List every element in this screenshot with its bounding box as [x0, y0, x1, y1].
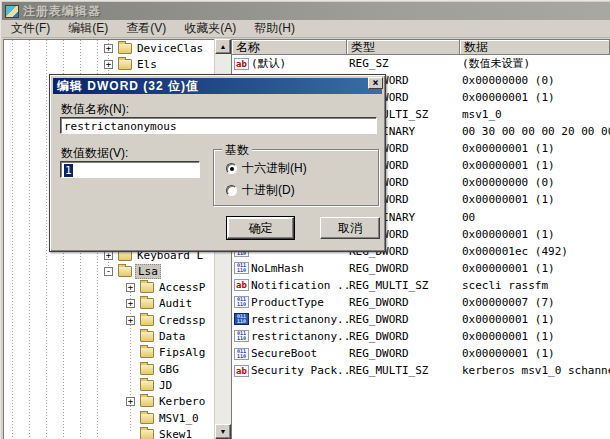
- scroll-up-icon[interactable]: ▲: [215, 39, 231, 54]
- radio-dec-icon[interactable]: [226, 185, 237, 196]
- menu-item-view[interactable]: 查看(V): [117, 19, 175, 38]
- value-name: restrictanony...: [251, 313, 349, 326]
- tree-item-gbg[interactable]: GBG: [4, 361, 214, 377]
- value-type: REG_SZ: [349, 57, 462, 70]
- value-name: Security Pack...: [251, 364, 349, 377]
- tree-item-label: Skew1: [157, 428, 194, 439]
- folder-icon: [140, 282, 154, 293]
- tree-item-label: Els: [135, 58, 159, 71]
- menu-item-file[interactable]: 文件(F): [2, 19, 59, 38]
- value-type: REG_DWORD: [349, 296, 462, 309]
- expand-icon[interactable]: +: [126, 299, 135, 308]
- dword-value-icon: 011110: [234, 330, 249, 342]
- value-name-field[interactable]: restrictanonymous: [60, 117, 377, 134]
- value-data-selected-text: 1: [64, 164, 73, 177]
- edit-dword-dialog: 编辑 DWORD (32 位)值 × 数值名称(N): restrictanon…: [49, 74, 386, 252]
- tree-item-deviceclas[interactable]: +DeviceClas: [4, 40, 214, 56]
- folder-icon: [140, 429, 154, 439]
- tree-item-label: Audit: [157, 297, 194, 310]
- value-data: 0x00000001 (1): [462, 142, 610, 155]
- tree-item-label: DeviceClas: [135, 42, 205, 55]
- scroll-down-icon[interactable]: ▼: [215, 424, 231, 439]
- close-icon[interactable]: ×: [368, 77, 383, 89]
- expand-icon[interactable]: +: [104, 44, 113, 53]
- value-data: kerberos msv1_0 schannel: [462, 364, 610, 377]
- tree-item-audit[interactable]: +Audit: [4, 296, 214, 312]
- menu-item-help[interactable]: 帮助(H): [245, 19, 304, 38]
- value-data: 0x00000001 (1): [462, 330, 610, 343]
- base-radio-group: 基数 十六进制(H) 十进制(D): [213, 149, 379, 206]
- tree-item-kerbero[interactable]: +Kerbero: [4, 394, 214, 410]
- folder-icon: [118, 43, 132, 54]
- radio-decimal[interactable]: 十进制(D): [226, 182, 295, 199]
- value-data: 0x00000000 (0): [462, 176, 610, 189]
- tree-item-label: Kerbero: [157, 395, 207, 408]
- value-type: REG_DWORD: [349, 347, 462, 360]
- tree-item-label: MSV1_0: [157, 412, 201, 425]
- list-header: 名称 类型 数据: [232, 40, 610, 55]
- tree-item-accessp[interactable]: +AccessP: [4, 280, 214, 296]
- dword-value-icon: 011110: [234, 348, 249, 360]
- string-value-icon: ab: [234, 58, 249, 70]
- value-row[interactable]: 011110NoLmHashREG_DWORD0x00000001 (1): [232, 260, 610, 277]
- value-data: 0x00000001 (1): [462, 159, 610, 172]
- radio-hex-icon[interactable]: [226, 163, 237, 174]
- value-type: REG_DWORD: [349, 330, 462, 343]
- menu-item-edit[interactable]: 编辑(E): [59, 19, 117, 38]
- value-row[interactable]: ab(默认)REG_SZ(数值未设置): [232, 55, 610, 72]
- tree-item-label: AccessP: [157, 281, 207, 294]
- value-row[interactable]: abSecurity Pack...REG_MULTI_SZkerberos m…: [232, 362, 610, 379]
- value-row[interactable]: 011110SecureBootREG_DWORD0x00000001 (1): [232, 345, 610, 362]
- value-row[interactable]: 011110restrictanony...REG_DWORD0x0000000…: [232, 311, 610, 328]
- value-row[interactable]: abNotification ...REG_MULTI_SZscecli ras…: [232, 277, 610, 294]
- value-name: restrictanony...: [251, 330, 349, 343]
- tree-item-skew1[interactable]: Skew1: [4, 426, 214, 439]
- window-titlebar[interactable]: 注册表编辑器: [2, 2, 610, 20]
- tree-item-fipsalg[interactable]: FipsAlg: [4, 345, 214, 361]
- value-data: 0x00000007 (7): [462, 296, 610, 309]
- value-row[interactable]: 011110ProductTypeREG_DWORD0x00000007 (7): [232, 294, 610, 311]
- column-header-name[interactable]: 名称: [232, 40, 347, 55]
- folder-icon: [140, 413, 154, 424]
- tree-item-label: Data: [157, 330, 188, 343]
- folder-icon: [140, 364, 154, 375]
- value-data: 00 30 00 00 00 20 00 00: [462, 125, 610, 138]
- value-row[interactable]: 011110restrictanony...REG_DWORD0x0000000…: [232, 328, 610, 345]
- menu-bar: 文件(F)编辑(E)查看(V)收藏夹(A)帮助(H): [2, 20, 610, 38]
- value-data: 0x00000001 (1): [462, 228, 610, 241]
- column-header-type[interactable]: 类型: [347, 40, 460, 55]
- folder-icon: [140, 331, 154, 342]
- ok-button[interactable]: 确定: [227, 217, 294, 239]
- tree-item-label: JD: [157, 379, 174, 392]
- value-name: ProductType: [251, 296, 349, 309]
- expand-icon[interactable]: +: [126, 283, 135, 292]
- column-header-data[interactable]: 数据: [460, 40, 610, 55]
- tree-item-msv1-0[interactable]: MSV1_0: [4, 410, 214, 426]
- collapse-icon[interactable]: -: [104, 267, 113, 276]
- value-type: REG_MULTI_SZ: [349, 279, 462, 292]
- radio-dec-label: 十进制(D): [242, 182, 295, 199]
- folder-icon: [118, 266, 132, 277]
- cancel-button[interactable]: 取消: [320, 217, 380, 239]
- tree-item-lsa[interactable]: -Lsa: [4, 263, 214, 279]
- folder-icon: [140, 298, 154, 309]
- expand-icon[interactable]: +: [126, 397, 135, 406]
- menu-item-favorites[interactable]: 收藏夹(A): [175, 19, 245, 38]
- dword-value-icon: 011110: [234, 313, 249, 325]
- value-data-field[interactable]: 1: [60, 161, 200, 178]
- tree-item-credssp[interactable]: +Credssp: [4, 312, 214, 328]
- expand-icon[interactable]: +: [104, 60, 113, 69]
- folder-icon: [140, 347, 154, 358]
- radio-hexadecimal[interactable]: 十六进制(H): [226, 160, 307, 177]
- value-type: REG_DWORD: [349, 262, 462, 275]
- value-type: REG_MULTI_SZ: [349, 364, 462, 377]
- value-data: 0x00000001 (1): [462, 193, 610, 206]
- tree-item-data[interactable]: Data: [4, 329, 214, 345]
- value-data: 00: [462, 211, 610, 224]
- tree-item-jd[interactable]: JD: [4, 377, 214, 393]
- expand-icon[interactable]: +: [126, 316, 135, 325]
- tree-item-els[interactable]: +Els: [4, 56, 214, 72]
- value-name: NoLmHash: [251, 262, 349, 275]
- dialog-titlebar[interactable]: 编辑 DWORD (32 位)值: [53, 78, 382, 94]
- tree-item-label: FipsAlg: [157, 346, 207, 359]
